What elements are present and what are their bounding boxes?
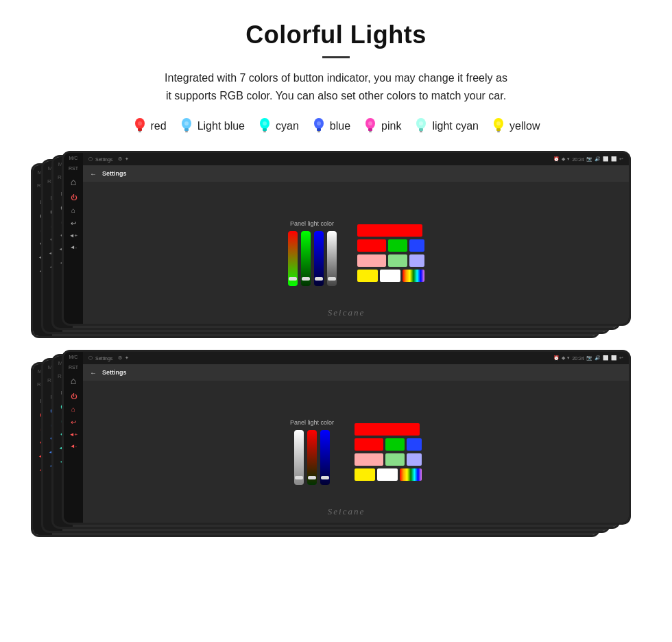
bulb-icon-lightblue — [179, 117, 194, 136]
color-row: red Light blue cyan — [27, 117, 645, 136]
color-item-yellow: yellow — [491, 117, 540, 136]
upper-device-row: M/C RST ⌂ ⏻ ⌂ ↩ ◄+ ◄- M/C RST ⌂ ⏻ — [27, 151, 645, 343]
device-layer-1-upper[interactable]: M/C RST ⌂ ⏻ ⌂ ↩ ◄+ ◄- ⬡Settings ⚙✦ — [62, 151, 631, 326]
svg-rect-10 — [263, 131, 266, 132]
svg-point-15 — [317, 121, 321, 126]
svg-rect-25 — [496, 128, 501, 131]
svg-rect-21 — [419, 128, 423, 131]
svg-rect-6 — [185, 131, 188, 132]
svg-rect-2 — [139, 131, 141, 132]
svg-rect-22 — [420, 131, 422, 132]
color-item-lightcyan: light cyan — [413, 117, 479, 136]
svg-point-7 — [184, 121, 189, 126]
svg-rect-17 — [368, 128, 372, 131]
svg-point-19 — [368, 121, 372, 126]
lower-device-row: M/C RST ⌂ ⏻ ⌂ ↩ ◄+ ◄- M/C RST ⌂ ⏻ — [27, 350, 645, 542]
title-divider — [322, 56, 350, 58]
svg-rect-13 — [317, 128, 321, 131]
svg-point-3 — [138, 121, 142, 126]
color-item-red: red — [132, 117, 167, 136]
color-item-pink: pink — [363, 117, 401, 136]
color-item-blue: blue — [311, 117, 350, 136]
bulb-icon-pink — [363, 117, 378, 136]
svg-rect-14 — [317, 131, 320, 132]
bulb-icon-lightcyan — [413, 117, 429, 136]
color-item-lightblue: Light blue — [179, 117, 245, 136]
bulb-icon-cyan — [257, 117, 272, 136]
svg-rect-1 — [138, 128, 142, 131]
bulb-icon-red — [132, 117, 147, 136]
svg-point-27 — [496, 121, 501, 126]
description: Integrated with 7 colors of button indic… — [34, 69, 638, 104]
svg-rect-5 — [184, 128, 189, 131]
svg-point-11 — [263, 121, 267, 126]
page-title: Colorful Lights — [27, 21, 645, 49]
svg-rect-26 — [497, 131, 500, 132]
bulb-icon-yellow — [491, 117, 506, 136]
page-wrapper: Colorful Lights Integrated with 7 colors… — [0, 0, 672, 562]
bulb-icon-blue — [311, 117, 326, 136]
title-section: Colorful Lights — [27, 21, 645, 58]
svg-point-23 — [419, 121, 423, 126]
svg-rect-18 — [369, 131, 372, 132]
svg-rect-9 — [263, 128, 267, 131]
color-item-cyan: cyan — [257, 117, 299, 136]
device-layer-1-lower[interactable]: M/C RST ⌂ ⏻ ⌂ ↩ ◄+ ◄- ⬡Settings ⚙✦ — [62, 350, 631, 525]
